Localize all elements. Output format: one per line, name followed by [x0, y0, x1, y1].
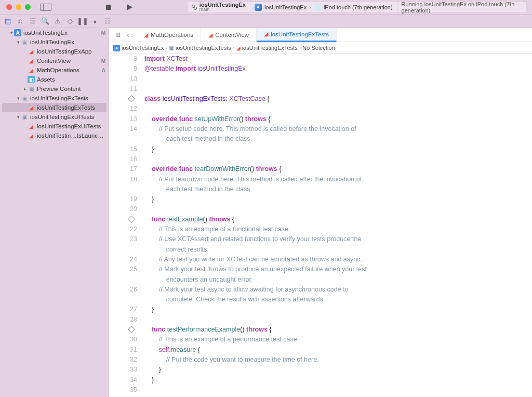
- jump-proj-icon: A: [113, 45, 120, 51]
- issue-navigator-icon[interactable]: ⚠: [53, 17, 62, 26]
- jump-selection[interactable]: No Selection: [302, 45, 335, 51]
- swift-icon: ◢: [264, 31, 268, 37]
- toolbar-center: [51, 4, 187, 10]
- nav-item-mathoperations[interactable]: ◢MathOperationsA: [0, 65, 109, 75]
- jump-proj[interactable]: iosUnitTestingEx: [122, 45, 164, 51]
- stop-button[interactable]: [106, 5, 111, 10]
- nav-item-iosunittestingex[interactable]: ▾AiosUnitTestingExM: [0, 28, 109, 37]
- source-editor[interactable]: 8910111213141516171819202223242526272830…: [109, 54, 532, 397]
- history-forward-button[interactable]: ›: [131, 31, 134, 39]
- nav-item-iosunittestingextests[interactable]: ◢iosUnitTestingExTests: [2, 103, 107, 112]
- target-name: iosUnitTestingEx: [264, 4, 307, 10]
- close-window-button[interactable]: [6, 4, 12, 10]
- related-items-icon[interactable]: ⊞: [112, 31, 124, 38]
- swift-icon: ◢: [236, 45, 241, 51]
- titlebar: iosUnitTestingEx main A iosUnitTestingEx…: [0, 0, 532, 15]
- symbol-navigator-icon[interactable]: ☰: [28, 17, 37, 26]
- scheme-status-bar: iosUnitTestingEx main A iosUnitTestingEx…: [187, 2, 527, 13]
- main-split: ▾AiosUnitTestingExM▾▣iosUnitTestingEx◢io…: [0, 28, 532, 397]
- navigator-filter-bar: ▤ ⎌ ☰ 🔍 ⚠ ◇ ❚❚ ⬥ ☷: [0, 15, 532, 28]
- activity-status: Running iosUnitTestingEx on iPod touch (…: [397, 1, 526, 14]
- scheme-branch[interactable]: iosUnitTestingEx main: [188, 2, 250, 12]
- app-icon: A: [255, 4, 262, 11]
- branch-icon: [192, 5, 197, 10]
- nav-item-iosunittestin-tslaunchtests[interactable]: ◢iosUnitTestin…tsLaunchTests: [0, 131, 109, 140]
- minimize-window-button[interactable]: [16, 4, 21, 10]
- find-navigator-icon[interactable]: 🔍: [41, 17, 50, 26]
- device-icon: [314, 4, 321, 11]
- nav-item-iosunittestingexuitests[interactable]: ◢iosUnitTestingExUITests: [0, 122, 109, 131]
- source-control-navigator-icon[interactable]: ⎌: [16, 17, 25, 26]
- test-navigator-icon[interactable]: ◇: [65, 17, 75, 26]
- nav-item-iosunittestingex[interactable]: ▾▣iosUnitTestingEx: [0, 37, 109, 47]
- code-content[interactable]: import XCTest@testable import iosUnitTes…: [141, 54, 532, 397]
- nav-item-iosunittestingextests[interactable]: ▾▣iosUnitTestingExTests: [0, 94, 109, 103]
- jump-file[interactable]: iosUnitTestingExTests: [242, 45, 298, 51]
- editor-tab-bar: ⊞ ‹ › ◢MathOperations◢ContentView◢iosUni…: [109, 28, 532, 42]
- breakpoint-navigator-icon[interactable]: ⬥: [90, 17, 100, 26]
- tab-contentview[interactable]: ◢ContentView: [201, 28, 257, 42]
- zoom-window-button[interactable]: [25, 4, 31, 10]
- project-navigator[interactable]: ▾AiosUnitTestingExM▾▣iosUnitTestingEx◢io…: [0, 28, 109, 397]
- swift-icon: ◢: [144, 32, 148, 38]
- run-button[interactable]: [127, 4, 132, 10]
- jump-folder[interactable]: iosUnitTestingExTests: [176, 45, 231, 51]
- jump-bar[interactable]: A iosUnitTestingEx › ▣ iosUnitTestingExT…: [109, 42, 532, 54]
- report-navigator-icon[interactable]: ☷: [103, 17, 112, 26]
- history-nav: ‹ ›: [124, 31, 137, 39]
- editor-area: ⊞ ‹ › ◢MathOperations◢ContentView◢iosUni…: [109, 28, 532, 397]
- history-back-button[interactable]: ‹: [127, 31, 129, 39]
- nav-item-iosunittestingexuitests[interactable]: ▾▣iosUnitTestingExUITests: [0, 112, 109, 122]
- nav-item-contentview[interactable]: ◢ContentViewM: [0, 56, 109, 65]
- device-name: iPod touch (7th generation): [324, 4, 393, 10]
- folder-icon: ▣: [169, 45, 174, 51]
- nav-item-iosunittestingexapp[interactable]: ◢iosUnitTestingExApp: [0, 47, 109, 56]
- branch-name: main: [200, 7, 246, 12]
- scheme-target[interactable]: A iosUnitTestingEx › iPod touch (7th gen…: [250, 2, 397, 12]
- line-gutter[interactable]: 8910111213141516171819202223242526272830…: [109, 54, 141, 397]
- nav-item-preview-content[interactable]: ▸▣Preview Content: [0, 84, 109, 94]
- debug-navigator-icon[interactable]: ❚❚: [78, 17, 87, 26]
- nav-item-assets[interactable]: ◧Assets: [0, 75, 109, 84]
- toggle-navigator-button[interactable]: [40, 4, 51, 11]
- project-navigator-icon[interactable]: ▤: [3, 17, 12, 26]
- swift-icon: ◢: [208, 32, 212, 38]
- tab-mathoperations[interactable]: ◢MathOperations: [137, 28, 201, 42]
- window-controls: [0, 4, 31, 10]
- tab-iosunittestingextests[interactable]: ◢iosUnitTestingExTests: [257, 28, 337, 42]
